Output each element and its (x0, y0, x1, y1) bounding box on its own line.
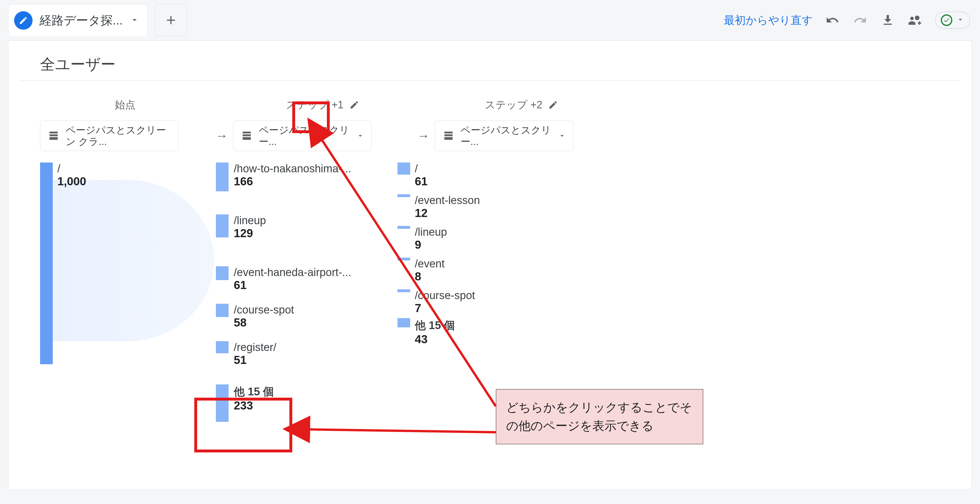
step1-node[interactable]: /how-to-nakanoshima-...166 (216, 162, 352, 191)
node-bar (398, 258, 410, 261)
top-right-actions: 最初からやり直す (724, 0, 970, 40)
node-path: /course-spot (415, 289, 475, 302)
undo-icon[interactable] (824, 12, 840, 28)
step2-node[interactable]: 他 15 個43 (398, 318, 455, 346)
step1-node[interactable]: /lineup129 (216, 215, 266, 240)
start-bar[interactable] (40, 162, 53, 364)
node-path: / (57, 162, 86, 175)
node-text: /course-spot58 (234, 304, 294, 329)
step1-node[interactable]: /course-spot58 (216, 304, 294, 329)
check-circle-icon (941, 14, 952, 26)
node-bar (398, 194, 410, 197)
redo-icon[interactable] (852, 12, 868, 28)
node-text: /course-spot7 (415, 289, 475, 315)
node-bar (216, 215, 229, 237)
node-value: 166 (234, 175, 352, 188)
node-path: /how-to-nakanoshima-... (234, 162, 352, 175)
node-path: /course-spot (234, 304, 294, 316)
node-text: /how-to-nakanoshima-...166 (234, 162, 352, 188)
column-step1-label: ステップ +1 (233, 94, 412, 115)
step2-node[interactable]: /61 (398, 162, 428, 188)
node-bar (216, 304, 229, 317)
node-bar (398, 318, 410, 328)
chevron-down-icon (558, 132, 566, 140)
annotation-callout: どちらかをクリックすることでその他のページを表示できる (496, 389, 703, 444)
top-bar: 経路データ探... 最初からやり直す (0, 0, 980, 40)
column-step2-label: ステップ +2 (435, 94, 608, 115)
node-path: /event-haneda-airport-... (234, 266, 352, 279)
chevron-down-icon (356, 132, 364, 140)
step1-node[interactable]: /register/51 (216, 341, 277, 367)
node-path: /event (415, 258, 445, 270)
node-bar (216, 266, 229, 280)
status-pill[interactable] (935, 11, 970, 29)
node-text: /register/51 (234, 341, 277, 367)
chevron-down-icon[interactable] (130, 15, 140, 26)
pencil-icon (14, 11, 33, 30)
node-path: /lineup (415, 226, 447, 238)
pencil-icon[interactable] (548, 100, 558, 110)
label-text: 始点 (115, 98, 135, 112)
node-bar (398, 226, 410, 229)
step2-node[interactable]: /event8 (398, 258, 445, 283)
page-icon (47, 129, 60, 142)
node-path: 他 15 個 (234, 385, 274, 399)
flow-ribbon (53, 180, 214, 341)
node-bar (398, 289, 410, 292)
node-value: 233 (234, 399, 274, 412)
column-step1: ステップ +1 ページパスとスクリー... (233, 94, 412, 151)
share-user-icon[interactable] (907, 12, 924, 28)
node-value: 1,000 (57, 175, 86, 188)
label-text: ステップ +2 (485, 98, 542, 112)
step2-node[interactable]: /lineup9 (398, 226, 447, 251)
node-value: 7 (415, 302, 475, 315)
tab-active[interactable]: 経路データ探... (8, 4, 148, 36)
step1-chip[interactable]: ページパスとスクリー... (233, 121, 372, 151)
node-text: /event-lesson12 (415, 194, 480, 219)
label-text: ステップ +1 (286, 98, 343, 112)
pencil-icon[interactable] (349, 100, 359, 110)
chip-text: ページパスとスクリーン クラ... (66, 124, 171, 147)
step2-node[interactable]: /event-lesson12 (398, 194, 480, 219)
column-start: 始点 ページパスとスクリーン クラ... (40, 94, 210, 151)
node-bar (216, 385, 229, 422)
steps-header: 始点 ページパスとスクリーン クラ... → ステップ +1 (20, 81, 960, 151)
node-text: /61 (415, 162, 428, 188)
node-path: / (415, 162, 428, 175)
main-panel: 全ユーザー 始点 ページパスとスクリーン クラ... → ステップ +1 (8, 40, 972, 490)
download-icon[interactable] (880, 12, 896, 28)
node-bar (398, 162, 410, 175)
node-path: /event-lesson (415, 194, 480, 207)
tab-title: 経路データ探... (40, 13, 123, 29)
node-text: /event8 (415, 258, 445, 283)
node-path: 他 15 個 (415, 318, 455, 333)
chip-text: ページパスとスクリー... (461, 124, 552, 147)
column-start-label: 始点 (40, 94, 210, 115)
start-node-label: / 1,000 (57, 162, 86, 188)
arrow-icon: → (210, 103, 233, 143)
add-tab-button[interactable] (155, 4, 187, 36)
segment-title: 全ユーザー (20, 41, 960, 81)
node-value: 61 (234, 279, 352, 292)
restart-link[interactable]: 最初からやり直す (724, 13, 813, 28)
chip-text: ページパスとスクリー... (259, 124, 350, 147)
node-bar (216, 341, 229, 353)
page-icon (240, 129, 253, 142)
node-value: 61 (415, 175, 428, 188)
start-chip[interactable]: ページパスとスクリーン クラ... (40, 121, 178, 151)
node-value: 51 (234, 354, 277, 367)
node-value: 8 (415, 270, 445, 283)
page-icon (442, 129, 455, 142)
step2-node[interactable]: /course-spot7 (398, 289, 475, 315)
step2-chip[interactable]: ページパスとスクリー... (435, 121, 573, 151)
node-bar (216, 162, 229, 191)
node-value: 43 (415, 333, 455, 346)
node-value: 58 (234, 316, 294, 329)
node-text: /lineup9 (415, 226, 447, 251)
step1-node[interactable]: 他 15 個233 (216, 385, 274, 422)
flow-area: / 1,000 /how-to-nakanoshima-...166/lineu… (29, 162, 960, 428)
node-text: /lineup129 (234, 215, 266, 240)
arrow-icon: → (412, 103, 435, 143)
column-step2: ステップ +2 ページパスとスクリー... (435, 94, 608, 151)
step1-node[interactable]: /event-haneda-airport-...61 (216, 266, 352, 292)
